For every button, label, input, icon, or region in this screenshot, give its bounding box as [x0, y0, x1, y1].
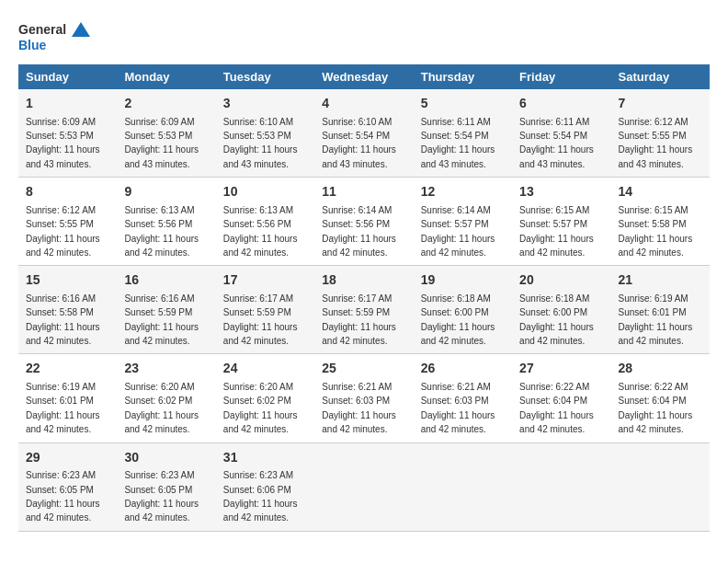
sunset-info: Sunset: 6:03 PM [421, 396, 489, 406]
sunset-info: Sunset: 5:59 PM [322, 307, 390, 317]
daylight-label: Daylight: 11 hours and 42 minutes. [519, 234, 594, 258]
daylight-label: Daylight: 11 hours and 42 minutes. [619, 322, 693, 346]
week-row-1: 1 Sunrise: 6:09 AM Sunset: 5:53 PM Dayli… [18, 89, 710, 178]
calendar-cell: 22 Sunrise: 6:19 AM Sunset: 6:01 PM Dayl… [18, 354, 117, 442]
calendar-cell: 29 Sunrise: 6:23 AM Sunset: 6:05 PM Dayl… [18, 442, 117, 531]
day-number: 22 [26, 360, 109, 378]
sunrise-info: Sunrise: 6:11 AM [421, 117, 491, 127]
day-number: 13 [519, 183, 603, 201]
day-number: 8 [26, 183, 109, 201]
header: General Blue [18, 18, 710, 55]
sunrise-info: Sunrise: 6:18 AM [519, 293, 589, 304]
sunset-info: Sunset: 5:54 PM [322, 131, 390, 141]
calendar-cell: 8 Sunrise: 6:12 AM Sunset: 5:55 PM Dayli… [18, 178, 117, 266]
daylight-label: Daylight: 11 hours and 43 minutes. [124, 144, 199, 168]
calendar-cell: 3 Sunrise: 6:10 AM Sunset: 5:53 PM Dayli… [216, 89, 314, 178]
day-number: 19 [421, 271, 505, 290]
daylight-label: Daylight: 11 hours and 42 minutes. [223, 499, 298, 523]
daylight-label: Daylight: 11 hours and 43 minutes. [26, 144, 100, 168]
calendar-cell: 25 Sunrise: 6:21 AM Sunset: 6:03 PM Dayl… [314, 354, 413, 442]
sunset-info: Sunset: 5:53 PM [124, 131, 192, 141]
daylight-label: Daylight: 11 hours and 42 minutes. [421, 322, 495, 346]
sunrise-info: Sunrise: 6:16 AM [124, 293, 194, 304]
sunrise-info: Sunrise: 6:09 AM [26, 117, 96, 127]
day-number: 25 [322, 360, 405, 378]
sunrise-info: Sunrise: 6:17 AM [322, 293, 392, 304]
day-number: 17 [223, 271, 307, 290]
calendar-cell: 2 Sunrise: 6:09 AM Sunset: 5:53 PM Dayli… [117, 89, 215, 178]
sunrise-info: Sunrise: 6:22 AM [619, 382, 688, 392]
weekday-header-row: SundayMondayTuesdayWednesdayThursdayFrid… [18, 64, 710, 89]
calendar-cell: 28 Sunrise: 6:22 AM Sunset: 6:04 PM Dayl… [611, 354, 710, 442]
week-row-2: 8 Sunrise: 6:12 AM Sunset: 5:55 PM Dayli… [18, 178, 710, 266]
sunrise-info: Sunrise: 6:20 AM [223, 382, 293, 392]
day-number: 15 [26, 271, 109, 290]
sunrise-info: Sunrise: 6:12 AM [619, 117, 688, 127]
sunset-info: Sunset: 5:54 PM [519, 131, 587, 141]
calendar-cell: 7 Sunrise: 6:12 AM Sunset: 5:55 PM Dayli… [611, 89, 710, 178]
sunset-info: Sunset: 6:04 PM [619, 396, 687, 406]
weekday-header-monday: Monday [117, 64, 215, 89]
daylight-label: Daylight: 11 hours and 42 minutes. [26, 499, 100, 523]
daylight-label: Daylight: 11 hours and 43 minutes. [322, 144, 396, 168]
sunrise-info: Sunrise: 6:13 AM [223, 205, 293, 215]
logo-svg: General Blue [18, 18, 92, 55]
daylight-label: Daylight: 11 hours and 42 minutes. [26, 322, 100, 346]
daylight-label: Daylight: 11 hours and 42 minutes. [322, 234, 396, 258]
calendar-cell [414, 442, 512, 531]
daylight-label: Daylight: 11 hours and 43 minutes. [223, 144, 298, 168]
sunset-info: Sunset: 5:54 PM [421, 131, 489, 141]
sunset-info: Sunset: 5:59 PM [223, 307, 291, 317]
daylight-label: Daylight: 11 hours and 42 minutes. [124, 499, 199, 523]
day-number: 23 [124, 360, 208, 378]
sunrise-info: Sunrise: 6:18 AM [421, 293, 491, 304]
day-number: 6 [519, 95, 603, 113]
sunrise-info: Sunrise: 6:15 AM [619, 205, 688, 215]
sunset-info: Sunset: 5:59 PM [124, 307, 192, 317]
sunset-info: Sunset: 5:58 PM [619, 219, 687, 229]
sunset-info: Sunset: 6:06 PM [223, 485, 291, 495]
daylight-label: Daylight: 11 hours and 42 minutes. [223, 234, 298, 258]
calendar-cell: 18 Sunrise: 6:17 AM Sunset: 5:59 PM Dayl… [314, 266, 413, 354]
daylight-label: Daylight: 11 hours and 43 minutes. [421, 144, 495, 168]
sunset-info: Sunset: 5:57 PM [421, 219, 489, 229]
sunrise-info: Sunrise: 6:20 AM [124, 382, 194, 392]
sunset-info: Sunset: 6:01 PM [26, 396, 94, 406]
daylight-label: Daylight: 11 hours and 42 minutes. [421, 234, 495, 258]
sunset-info: Sunset: 5:58 PM [26, 307, 94, 317]
daylight-label: Daylight: 11 hours and 42 minutes. [124, 322, 199, 346]
sunset-info: Sunset: 5:56 PM [223, 219, 291, 229]
day-number: 7 [619, 95, 702, 113]
weekday-header-thursday: Thursday [414, 64, 512, 89]
day-number: 27 [519, 360, 603, 378]
sunrise-info: Sunrise: 6:14 AM [421, 205, 491, 215]
week-row-4: 22 Sunrise: 6:19 AM Sunset: 6:01 PM Dayl… [18, 354, 710, 442]
day-number: 12 [421, 183, 505, 201]
daylight-label: Daylight: 11 hours and 42 minutes. [223, 322, 298, 346]
sunset-info: Sunset: 5:55 PM [26, 219, 94, 229]
daylight-label: Daylight: 11 hours and 42 minutes. [223, 410, 298, 434]
weekday-header-saturday: Saturday [611, 64, 710, 89]
day-number: 21 [619, 271, 702, 290]
sunrise-info: Sunrise: 6:10 AM [322, 117, 392, 127]
calendar-cell: 4 Sunrise: 6:10 AM Sunset: 5:54 PM Dayli… [314, 89, 413, 178]
sunset-info: Sunset: 6:05 PM [26, 485, 94, 495]
weekday-header-friday: Friday [512, 64, 610, 89]
svg-text:Blue: Blue [18, 38, 47, 52]
weekday-header-sunday: Sunday [18, 64, 117, 89]
calendar-cell: 24 Sunrise: 6:20 AM Sunset: 6:02 PM Dayl… [216, 354, 314, 442]
sunrise-info: Sunrise: 6:21 AM [322, 382, 392, 392]
sunset-info: Sunset: 6:03 PM [322, 396, 390, 406]
week-row-3: 15 Sunrise: 6:16 AM Sunset: 5:58 PM Dayl… [18, 266, 710, 354]
sunset-info: Sunset: 5:55 PM [619, 131, 687, 141]
sunset-info: Sunset: 5:56 PM [124, 219, 192, 229]
daylight-label: Daylight: 11 hours and 42 minutes. [322, 322, 396, 346]
daylight-label: Daylight: 11 hours and 43 minutes. [619, 144, 693, 168]
day-number: 14 [619, 183, 702, 201]
daylight-label: Daylight: 11 hours and 42 minutes. [124, 410, 199, 434]
sunrise-info: Sunrise: 6:09 AM [124, 117, 194, 127]
calendar-cell: 10 Sunrise: 6:13 AM Sunset: 5:56 PM Dayl… [216, 178, 314, 266]
sunset-info: Sunset: 5:53 PM [26, 131, 94, 141]
daylight-label: Daylight: 11 hours and 42 minutes. [26, 410, 100, 434]
sunset-info: Sunset: 6:00 PM [519, 307, 587, 317]
